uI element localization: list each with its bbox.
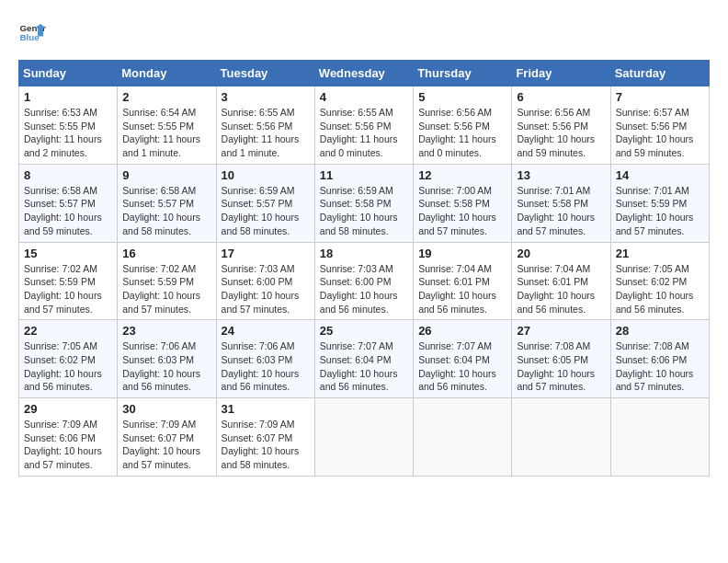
day-info: Sunrise: 6:55 AM Sunset: 5:56 PM Dayligh…	[320, 106, 408, 160]
sunrise-label: Sunrise: 7:09 AM	[24, 419, 97, 430]
day-number: 4	[320, 90, 408, 104]
calendar-cell: 1 Sunrise: 6:53 AM Sunset: 5:55 PM Dayli…	[19, 86, 118, 165]
day-info: Sunrise: 7:08 AM Sunset: 6:05 PM Dayligh…	[517, 339, 605, 394]
sunset-label: Sunset: 6:00 PM	[222, 276, 293, 287]
day-info: Sunrise: 7:09 AM Sunset: 6:07 PM Dayligh…	[122, 418, 210, 472]
sunrise-label: Sunrise: 7:06 AM	[122, 340, 196, 351]
sunrise-label: Sunrise: 7:03 AM	[222, 263, 295, 274]
sunset-label: Sunset: 5:59 PM	[616, 198, 688, 209]
sunrise-label: Sunrise: 6:59 AM	[320, 185, 393, 196]
calendar-week-5: 29 Sunrise: 7:09 AM Sunset: 6:06 PM Dayl…	[19, 398, 710, 477]
calendar-cell	[610, 398, 709, 477]
day-info: Sunrise: 7:01 AM Sunset: 5:58 PM Dayligh…	[517, 184, 605, 238]
header-monday: Monday	[118, 61, 216, 86]
daylight-label: Daylight: 10 hours and 59 minutes.	[616, 133, 694, 158]
daylight-label: Daylight: 11 hours and 1 minute.	[122, 133, 200, 158]
daylight-label: Daylight: 11 hours and 1 minute.	[222, 133, 300, 158]
day-number: 26	[418, 324, 506, 338]
day-number: 25	[320, 324, 408, 338]
day-number: 19	[418, 247, 506, 260]
sunset-label: Sunset: 6:04 PM	[418, 354, 490, 365]
sunset-label: Sunset: 5:56 PM	[517, 121, 588, 132]
calendar-cell: 7 Sunrise: 6:57 AM Sunset: 5:56 PM Dayli…	[610, 86, 709, 165]
sunrise-label: Sunrise: 7:02 AM	[24, 263, 97, 274]
sunset-label: Sunset: 5:56 PM	[418, 121, 490, 132]
day-info: Sunrise: 7:04 AM Sunset: 6:01 PM Dayligh…	[418, 262, 506, 316]
sunrise-label: Sunrise: 7:02 AM	[122, 263, 196, 274]
sunrise-label: Sunrise: 6:56 AM	[517, 107, 590, 118]
calendar-cell: 17 Sunrise: 7:03 AM Sunset: 6:00 PM Dayl…	[216, 242, 314, 320]
daylight-label: Daylight: 10 hours and 58 minutes.	[122, 212, 200, 236]
day-info: Sunrise: 6:54 AM Sunset: 5:55 PM Dayligh…	[122, 106, 210, 160]
daylight-label: Daylight: 10 hours and 56 minutes.	[122, 368, 200, 393]
sunrise-label: Sunrise: 7:08 AM	[616, 340, 689, 351]
day-info: Sunrise: 7:09 AM Sunset: 6:07 PM Dayligh…	[222, 418, 310, 472]
sunset-label: Sunset: 5:57 PM	[222, 198, 293, 209]
sunset-label: Sunset: 5:57 PM	[122, 198, 194, 209]
day-info: Sunrise: 7:05 AM Sunset: 6:02 PM Dayligh…	[616, 262, 704, 316]
calendar-cell: 15 Sunrise: 7:02 AM Sunset: 5:59 PM Dayl…	[19, 242, 118, 320]
calendar-week-1: 1 Sunrise: 6:53 AM Sunset: 5:55 PM Dayli…	[19, 86, 710, 165]
calendar-cell: 12 Sunrise: 7:00 AM Sunset: 5:58 PM Dayl…	[414, 164, 512, 242]
daylight-label: Daylight: 10 hours and 56 minutes.	[320, 368, 398, 393]
calendar-cell: 28 Sunrise: 7:08 AM Sunset: 6:06 PM Dayl…	[610, 320, 709, 398]
sunrise-label: Sunrise: 7:09 AM	[222, 419, 295, 430]
day-info: Sunrise: 7:03 AM Sunset: 6:00 PM Dayligh…	[222, 262, 310, 316]
day-number: 10	[222, 168, 310, 182]
sunset-label: Sunset: 5:57 PM	[24, 198, 96, 209]
daylight-label: Daylight: 10 hours and 56 minutes.	[418, 290, 496, 315]
day-number: 8	[24, 168, 112, 182]
day-number: 11	[320, 168, 408, 182]
day-number: 30	[122, 402, 210, 416]
sunset-label: Sunset: 5:58 PM	[418, 198, 490, 209]
sunrise-label: Sunrise: 6:58 AM	[122, 185, 196, 196]
day-info: Sunrise: 7:01 AM Sunset: 5:59 PM Dayligh…	[616, 184, 704, 238]
daylight-label: Daylight: 10 hours and 57 minutes.	[24, 445, 102, 470]
sunset-label: Sunset: 6:05 PM	[517, 354, 588, 365]
calendar-cell: 11 Sunrise: 6:59 AM Sunset: 5:58 PM Dayl…	[314, 164, 413, 242]
day-info: Sunrise: 7:02 AM Sunset: 5:59 PM Dayligh…	[122, 262, 210, 316]
daylight-label: Daylight: 10 hours and 56 minutes.	[517, 290, 595, 315]
day-info: Sunrise: 6:59 AM Sunset: 5:57 PM Dayligh…	[222, 184, 310, 238]
calendar-cell: 8 Sunrise: 6:58 AM Sunset: 5:57 PM Dayli…	[19, 164, 118, 242]
calendar-cell: 5 Sunrise: 6:56 AM Sunset: 5:56 PM Dayli…	[414, 86, 512, 165]
calendar-cell: 14 Sunrise: 7:01 AM Sunset: 5:59 PM Dayl…	[610, 164, 709, 242]
sunset-label: Sunset: 6:02 PM	[616, 276, 688, 287]
sunset-label: Sunset: 6:04 PM	[320, 354, 392, 365]
day-number: 21	[616, 247, 704, 260]
calendar-header-row: SundayMondayTuesdayWednesdayThursdayFrid…	[19, 61, 710, 86]
day-info: Sunrise: 7:05 AM Sunset: 6:02 PM Dayligh…	[24, 339, 112, 394]
svg-text:Blue: Blue	[20, 32, 40, 42]
sunrise-label: Sunrise: 6:57 AM	[616, 107, 689, 118]
sunset-label: Sunset: 5:55 PM	[24, 121, 96, 132]
daylight-label: Daylight: 10 hours and 56 minutes.	[24, 368, 102, 393]
sunset-label: Sunset: 6:02 PM	[24, 354, 96, 365]
calendar-cell: 9 Sunrise: 6:58 AM Sunset: 5:57 PM Dayli…	[118, 164, 216, 242]
daylight-label: Daylight: 11 hours and 0 minutes.	[418, 133, 496, 158]
daylight-label: Daylight: 10 hours and 57 minutes.	[418, 212, 496, 236]
sunrise-label: Sunrise: 6:54 AM	[122, 107, 196, 118]
header-tuesday: Tuesday	[216, 61, 314, 86]
calendar-cell: 16 Sunrise: 7:02 AM Sunset: 5:59 PM Dayl…	[118, 242, 216, 320]
day-number: 27	[517, 324, 605, 338]
day-number: 2	[122, 90, 210, 104]
calendar-cell: 26 Sunrise: 7:07 AM Sunset: 6:04 PM Dayl…	[414, 320, 512, 398]
day-number: 24	[222, 324, 310, 338]
daylight-label: Daylight: 10 hours and 56 minutes.	[320, 290, 398, 315]
sunrise-label: Sunrise: 7:06 AM	[222, 340, 295, 351]
sunrise-label: Sunrise: 6:56 AM	[418, 107, 492, 118]
daylight-label: Daylight: 10 hours and 57 minutes.	[122, 290, 200, 315]
day-number: 18	[320, 247, 408, 260]
day-number: 16	[122, 247, 210, 260]
calendar-cell: 10 Sunrise: 6:59 AM Sunset: 5:57 PM Dayl…	[216, 164, 314, 242]
calendar-cell	[314, 398, 413, 477]
daylight-label: Daylight: 10 hours and 56 minutes.	[418, 368, 496, 393]
sunrise-label: Sunrise: 6:55 AM	[222, 107, 295, 118]
sunrise-label: Sunrise: 7:07 AM	[418, 340, 492, 351]
header-wednesday: Wednesday	[314, 61, 413, 86]
sunrise-label: Sunrise: 6:53 AM	[24, 107, 97, 118]
logo-icon: General Blue	[18, 18, 46, 46]
daylight-label: Daylight: 10 hours and 57 minutes.	[122, 445, 200, 470]
calendar-cell: 21 Sunrise: 7:05 AM Sunset: 6:02 PM Dayl…	[610, 242, 709, 320]
day-info: Sunrise: 7:08 AM Sunset: 6:06 PM Dayligh…	[616, 339, 704, 394]
